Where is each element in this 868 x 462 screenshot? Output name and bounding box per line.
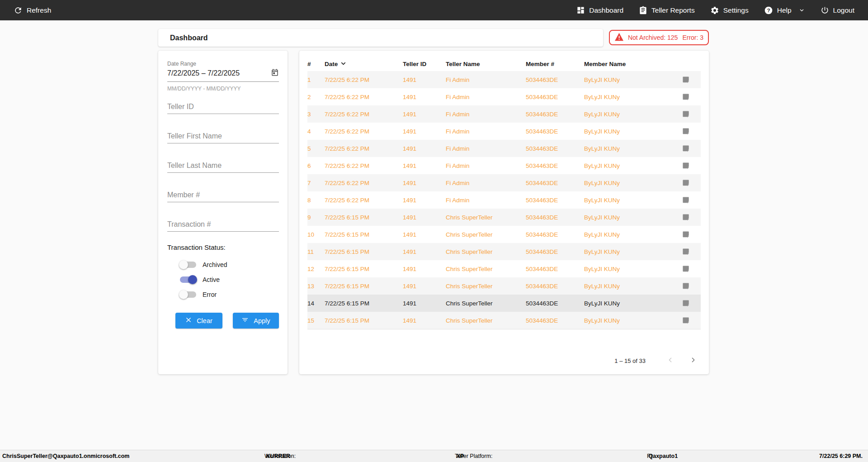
nav-dashboard-label: Dashboard xyxy=(589,6,623,14)
alert-error: Error: 3 xyxy=(682,34,703,41)
table-row[interactable]: 10 7/22/25 6:15 PM 1491 Chris SuperTelle… xyxy=(307,226,701,243)
table-row[interactable]: 7 7/22/25 6:22 PM 1491 Fi Admin 5034463D… xyxy=(307,174,701,191)
table-row[interactable]: 6 7/22/25 6:22 PM 1491 Fi Admin 5034463D… xyxy=(307,157,701,174)
table-row[interactable]: 2 7/22/25 6:22 PM 1491 Fi Admin 5034463D… xyxy=(307,88,701,105)
nav-settings[interactable]: Settings xyxy=(710,6,749,15)
filter-field xyxy=(167,162,279,173)
apply-button[interactable]: Apply xyxy=(233,313,279,329)
table-row[interactable]: 12 7/22/25 6:15 PM 1491 Chris SuperTelle… xyxy=(307,260,701,277)
table-row[interactable]: 13 7/22/25 6:15 PM 1491 Chris SuperTelle… xyxy=(307,277,701,295)
svg-text:?: ? xyxy=(767,7,770,13)
pagination: 1 – 15 of 33 xyxy=(614,356,697,365)
note-icon[interactable] xyxy=(674,282,701,290)
apply-button-label: Apply xyxy=(254,317,270,324)
toggle-switch[interactable] xyxy=(180,291,196,298)
pagination-range-label: 1 – 15 of 33 xyxy=(614,357,646,364)
table-body: 1 7/22/25 6:22 PM 1491 Fi Admin 5034463D… xyxy=(307,71,701,329)
nav-logout-label: Logout xyxy=(833,6,854,14)
note-icon[interactable] xyxy=(674,128,701,135)
note-icon[interactable] xyxy=(674,110,701,118)
transaction-status-label: Transaction Status: xyxy=(167,243,279,251)
status-timestamp: 7/22/25 6:29 PM. xyxy=(819,453,863,459)
table-row[interactable]: 8 7/22/25 6:22 PM 1491 Fi Admin 5034463D… xyxy=(307,191,701,209)
note-icon[interactable] xyxy=(674,248,701,256)
clear-button[interactable]: Clear xyxy=(175,313,222,329)
table-row[interactable]: 15 7/22/25 6:15 PM 1491 Chris SuperTelle… xyxy=(307,312,701,329)
fi-status: FI: Qaxpauto1 xyxy=(647,453,648,459)
refresh-button[interactable]: Refresh xyxy=(14,6,51,15)
date-range-helper: MM/DD/YYYY - MM/DD/YYYY xyxy=(167,86,279,92)
table-row[interactable]: 1 7/22/25 6:22 PM 1491 Fi Admin 5034463D… xyxy=(307,71,701,88)
status-bar: ChrisSuperTeller@Qaxpauto1.onmicrosoft.c… xyxy=(0,450,868,462)
col-header-member-num[interactable]: Member # xyxy=(526,61,584,67)
nav-logout[interactable]: Logout xyxy=(821,6,854,14)
col-header-teller-name[interactable]: Teller Name xyxy=(446,61,526,67)
filter-input[interactable] xyxy=(167,132,279,140)
date-range-input[interactable] xyxy=(167,69,271,77)
nav-help[interactable]: ? Help xyxy=(764,6,805,15)
col-header-date[interactable]: Date xyxy=(325,60,403,68)
nav-teller-reports[interactable]: Teller Reports xyxy=(639,6,695,14)
col-header-num[interactable]: # xyxy=(307,61,325,67)
toggle-group: Archived Active Error xyxy=(167,260,279,299)
note-icon[interactable] xyxy=(674,300,701,307)
filter-panel: Date Range MM/DD/YYYY - MM/DD/YYYY Trans… xyxy=(158,51,288,374)
power-icon xyxy=(821,6,829,14)
chevron-down-icon xyxy=(798,7,805,14)
note-icon[interactable] xyxy=(674,196,701,204)
page-title-bar: Dashboard xyxy=(158,29,603,47)
page-title: Dashboard xyxy=(170,34,208,42)
filter-actions: Clear Apply xyxy=(175,313,279,329)
warning-icon xyxy=(614,33,624,43)
note-icon[interactable] xyxy=(674,76,701,84)
nav-teller-reports-label: Teller Reports xyxy=(651,6,695,14)
toggle-switch[interactable] xyxy=(180,276,196,283)
toggle-switch[interactable] xyxy=(180,262,196,268)
note-icon[interactable] xyxy=(674,179,701,187)
table-row[interactable]: 4 7/22/25 6:22 PM 1491 Fi Admin 5034463D… xyxy=(307,123,701,140)
pagination-next-button[interactable] xyxy=(689,356,697,365)
table-row[interactable]: 11 7/22/25 6:15 PM 1491 Chris SuperTelle… xyxy=(307,243,701,260)
col-header-member-name[interactable]: Member Name xyxy=(584,61,674,67)
status-alert-badge[interactable]: Not Archived: 125 Error: 3 xyxy=(609,30,709,45)
nav-dashboard[interactable]: Dashboard xyxy=(576,6,623,14)
clipboard-icon xyxy=(639,6,647,14)
note-icon[interactable] xyxy=(674,265,701,273)
note-icon[interactable] xyxy=(674,93,701,101)
col-header-teller-id[interactable]: Teller ID xyxy=(403,61,446,67)
filter-input[interactable] xyxy=(167,220,279,229)
filter-input[interactable] xyxy=(167,162,279,170)
transactions-table-card: # Date Teller ID Teller Name Member # Me… xyxy=(299,51,709,374)
pagination-prev-button[interactable] xyxy=(666,356,674,365)
table-row[interactable]: 5 7/22/25 6:22 PM 1491 Fi Admin 5034463D… xyxy=(307,140,701,157)
workstation-status: Workstation: KURRER xyxy=(264,453,266,459)
note-icon[interactable] xyxy=(674,214,701,221)
table-row[interactable]: 14 7/22/25 6:15 PM 1491 Chris SuperTelle… xyxy=(307,295,701,312)
sort-desc-icon xyxy=(340,60,347,68)
gear-icon xyxy=(710,6,719,15)
note-icon[interactable] xyxy=(674,145,701,152)
note-icon[interactable] xyxy=(674,231,701,238)
filter-input[interactable] xyxy=(167,103,279,111)
note-icon[interactable] xyxy=(674,317,701,324)
clear-button-label: Clear xyxy=(197,317,212,324)
filter-fields xyxy=(167,103,279,232)
dashboard-icon xyxy=(576,6,585,14)
filter-input[interactable] xyxy=(167,191,279,199)
refresh-label: Refresh xyxy=(27,6,51,14)
logged-in-user: ChrisSuperTeller@Qaxpauto1.onmicrosoft.c… xyxy=(2,453,129,459)
status-toggle-row: Archived xyxy=(180,260,279,269)
table-row[interactable]: 3 7/22/25 6:22 PM 1491 Fi Admin 5034463D… xyxy=(307,105,701,123)
help-icon: ? xyxy=(764,6,773,15)
toggle-label: Archived xyxy=(203,261,227,268)
refresh-icon xyxy=(14,6,23,15)
status-toggle-row: Error xyxy=(180,290,279,299)
x-icon xyxy=(185,317,192,324)
toggle-label: Error xyxy=(203,291,217,298)
table-row[interactable]: 9 7/22/25 6:15 PM 1491 Chris SuperTeller… xyxy=(307,209,701,226)
nav-settings-label: Settings xyxy=(723,6,749,14)
filter-field xyxy=(167,191,279,202)
top-nav-bar: Refresh Dashboard Teller Reports Setting… xyxy=(0,0,868,20)
calendar-icon[interactable] xyxy=(271,68,279,78)
note-icon[interactable] xyxy=(674,162,701,170)
